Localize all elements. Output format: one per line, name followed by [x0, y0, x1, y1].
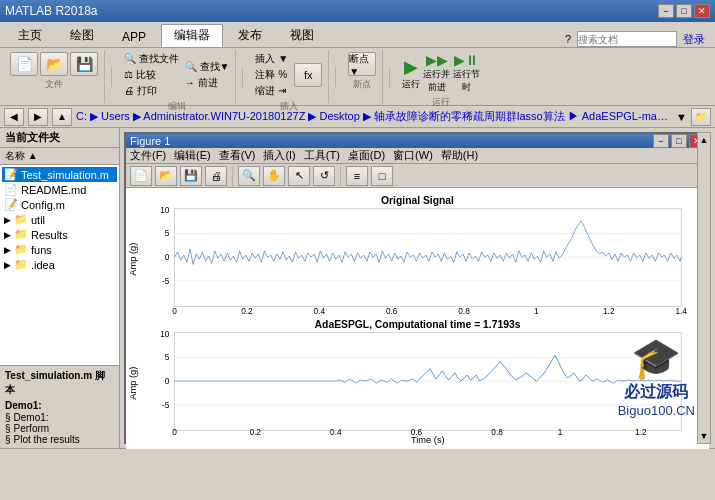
maximize-button[interactable]: □: [676, 4, 692, 18]
tab-view[interactable]: 视图: [277, 24, 327, 47]
scroll-down-btn[interactable]: ▼: [700, 431, 709, 441]
expand-icon: ▶: [4, 230, 11, 240]
figure-scrollbar[interactable]: ▲ ▼: [697, 132, 711, 444]
fig-insert-legend-btn[interactable]: □: [371, 166, 393, 186]
folder-icon: 📁: [14, 243, 28, 256]
insert-btn[interactable]: 插入 ▼: [255, 52, 288, 66]
chart1-title: Original Signal: [381, 195, 454, 206]
figure-menu-insert[interactable]: 插入(I): [263, 148, 295, 163]
up-button[interactable]: ▲: [52, 108, 72, 126]
file-name: Config.m: [21, 199, 65, 211]
doc-search-input[interactable]: [577, 31, 677, 47]
print-btn[interactable]: 🖨 打印: [124, 84, 179, 98]
figure-menu-view[interactable]: 查看(V): [219, 148, 256, 163]
breakpoint-btn[interactable]: 断点▼: [348, 52, 376, 76]
tab-editor[interactable]: 编辑器: [161, 24, 223, 47]
compare-btn[interactable]: ⚖ 比较: [124, 68, 179, 82]
expand-icon: ▶: [4, 260, 11, 270]
run-btn[interactable]: ▶ 运行: [402, 56, 420, 91]
breakpoint-section-label: 新点: [353, 78, 371, 91]
section-icon: §: [5, 412, 11, 423]
open-button[interactable]: 📂: [40, 52, 68, 76]
path-display: C: ▶ Users ▶ Administrator.WIN7U-2018012…: [76, 109, 672, 124]
figure-menu-window[interactable]: 窗口(W): [393, 148, 433, 163]
fig-new-btn[interactable]: 📄: [130, 166, 152, 186]
chart2-x0: 0: [172, 428, 177, 437]
figure-title: Figure 1: [130, 135, 170, 147]
chart1-x0: 0: [172, 307, 177, 316]
fig-zoom-btn[interactable]: 🔍: [238, 166, 260, 186]
figure-menu-desktop[interactable]: 桌面(D): [348, 148, 385, 163]
file-name: README.md: [21, 184, 86, 196]
save-button[interactable]: 💾: [70, 52, 98, 76]
folder-icon: 📁: [14, 258, 28, 271]
figure-menu-tools[interactable]: 工具(T): [304, 148, 340, 163]
toolbar-section-insert: 插入 ▼ 注释 % 缩进 ⇥ fx 插入: [249, 50, 329, 103]
chart1-x02: 0.2: [241, 307, 253, 316]
fig-pan-btn[interactable]: ✋: [263, 166, 285, 186]
m-file-icon: 📝: [4, 168, 18, 181]
login-link[interactable]: 登录: [683, 32, 705, 47]
find-btn[interactable]: 🔍 查找▼: [185, 60, 230, 74]
file-item-funs[interactable]: ▶ 📁 funs: [2, 242, 117, 257]
toolbar-section-file: 📄 📂 💾 文件: [4, 50, 105, 103]
tab-app[interactable]: APP: [109, 27, 159, 47]
browse-button[interactable]: 📁: [691, 108, 711, 126]
file-item-test-simulation[interactable]: 📝 Test_simulation.m: [2, 167, 117, 182]
figure-menu-help[interactable]: 帮助(H): [441, 148, 478, 163]
name-column-header: 名称 ▲: [5, 149, 38, 163]
forward-button[interactable]: ▶: [28, 108, 48, 126]
close-button[interactable]: ✕: [694, 4, 710, 18]
file-item-config[interactable]: 📝 Config.m: [2, 197, 117, 212]
fig-rotate-btn[interactable]: ↺: [313, 166, 335, 186]
figure-min-btn[interactable]: −: [653, 134, 669, 148]
fx-btn[interactable]: fx: [294, 63, 322, 87]
find-files-btn[interactable]: 🔍 查找文件: [124, 52, 179, 66]
new-button[interactable]: 📄: [10, 52, 38, 76]
menu-tabs: 主页 绘图 APP 编辑器 发布 视图 ? 登录: [0, 22, 715, 48]
figure-toolbar: 📄 📂 💾 🖨 🔍 ✋ ↖ ↺ ≡ □: [126, 164, 709, 188]
scroll-up-btn[interactable]: ▲: [700, 135, 709, 145]
path-dropdown[interactable]: ▼: [676, 111, 687, 123]
chart1-y0: 0: [165, 253, 170, 262]
bottom-filename: Test_simulation.m 脚本: [5, 369, 114, 397]
file-item-results[interactable]: ▶ 📁 Results: [2, 227, 117, 242]
chart2-title: AdaESPGL, Computational time = 1.7193s: [315, 319, 521, 330]
figure-menu-file[interactable]: 文件(F): [130, 148, 166, 163]
title-bar: MATLAB R2018a − □ ✕: [0, 0, 715, 22]
perform-item[interactable]: § Perform: [5, 423, 114, 434]
goto-btn[interactable]: → 前进: [185, 76, 230, 90]
tab-plot[interactable]: 绘图: [57, 24, 107, 47]
expand-icon: ▶: [4, 215, 11, 225]
chart1-svg: Original Signal Amp (g) 10 5 0 -5: [128, 192, 707, 316]
chart1-x06: 0.6: [386, 307, 398, 316]
bottom-section: Test_simulation.m 脚本 Demo1: § Demo1: § P…: [0, 365, 119, 448]
tab-publish[interactable]: 发布: [225, 24, 275, 47]
demo1-item[interactable]: § Demo1:: [5, 412, 114, 423]
folder-name: Results: [31, 229, 68, 241]
figure-menu-edit[interactable]: 编辑(E): [174, 148, 211, 163]
back-button[interactable]: ◀: [4, 108, 24, 126]
figure-max-btn[interactable]: □: [671, 134, 687, 148]
file-item-idea[interactable]: ▶ 📁 .idea: [2, 257, 117, 272]
run-section-btn[interactable]: ▶⏸ 运行节 时: [453, 52, 480, 94]
fig-print-btn[interactable]: 🖨: [205, 166, 227, 186]
minimize-button[interactable]: −: [658, 4, 674, 18]
fig-select-btn[interactable]: ↖: [288, 166, 310, 186]
indent-btn[interactable]: 缩进 ⇥: [255, 84, 288, 98]
toolbar-section-run: ▶ 运行 ▶▶ 运行并 前进 ▶⏸ 运行节 时 运行: [396, 50, 486, 103]
fig-open-btn[interactable]: 📂: [155, 166, 177, 186]
title-bar-title: MATLAB R2018a: [5, 4, 98, 18]
file-item-readme[interactable]: 📄 README.md: [2, 182, 117, 197]
run-advance-btn[interactable]: ▶▶ 运行并 前进: [423, 52, 450, 94]
chart2-y0: 0: [165, 377, 170, 386]
watermark-line1: 必过源码: [618, 382, 695, 403]
file-item-util[interactable]: ▶ 📁 util: [2, 212, 117, 227]
comment-btn[interactable]: 注释 %: [255, 68, 288, 82]
plot-results-item[interactable]: § Plot the results: [5, 434, 114, 445]
tab-home[interactable]: 主页: [5, 24, 55, 47]
chart1-y5: 5: [165, 229, 170, 238]
fig-save-btn[interactable]: 💾: [180, 166, 202, 186]
chart1-ym5: -5: [162, 277, 170, 286]
fig-insert-colorbar-btn[interactable]: ≡: [346, 166, 368, 186]
